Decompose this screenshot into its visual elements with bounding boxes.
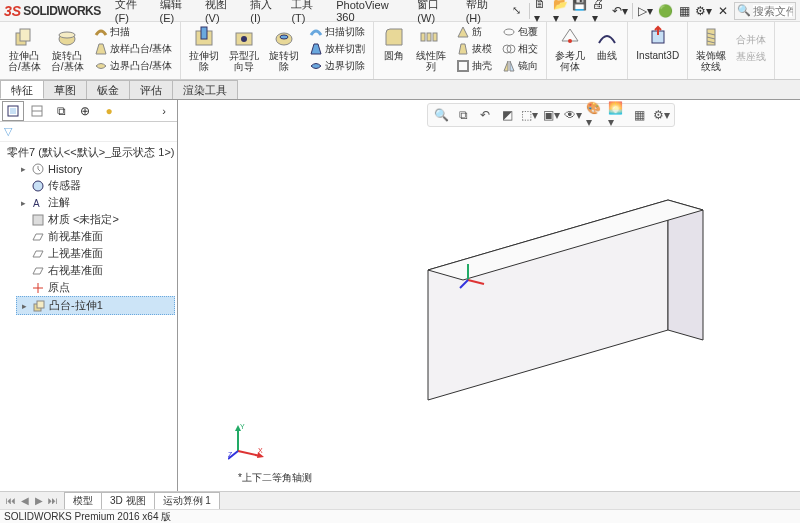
shell-button[interactable]: 抽壳 bbox=[454, 58, 494, 74]
fm-tab-more[interactable]: › bbox=[153, 101, 175, 121]
boundary-cut-button[interactable]: 边界切除 bbox=[307, 58, 367, 74]
draft-button[interactable]: 拔模 bbox=[454, 41, 494, 57]
fm-tab-render[interactable]: ● bbox=[98, 101, 120, 121]
ref-geometry-icon bbox=[558, 25, 582, 49]
tree-front-plane[interactable]: 前视基准面 bbox=[16, 228, 175, 245]
svg-rect-31 bbox=[37, 301, 44, 308]
decorative-thread-button[interactable]: 装饰螺 纹线 bbox=[694, 24, 728, 73]
expand-toggle[interactable]: ▸ bbox=[18, 198, 28, 208]
tab-render[interactable]: 渲染工具 bbox=[172, 80, 238, 99]
fm-tab-dimx[interactable]: ⊕ bbox=[74, 101, 96, 121]
vp-section-icon[interactable]: ◩ bbox=[498, 106, 516, 124]
loft-cut-button[interactable]: 放样切割 bbox=[307, 41, 367, 57]
btab-motion[interactable]: 运动算例 1 bbox=[154, 492, 220, 509]
fm-tab-property[interactable] bbox=[26, 101, 48, 121]
tab-nav-prev-icon[interactable]: ◀ bbox=[18, 495, 32, 506]
vp-hide-show-icon[interactable]: 👁▾ bbox=[564, 106, 582, 124]
print-icon[interactable]: 🖨▾ bbox=[592, 2, 609, 20]
vp-scene-icon[interactable]: 🌅▾ bbox=[608, 106, 626, 124]
loft-button[interactable]: 放样凸台/基体 bbox=[92, 41, 175, 57]
vp-render-icon[interactable]: ▦ bbox=[630, 106, 648, 124]
ref-geometry-button[interactable]: 参考几 何体 bbox=[553, 24, 587, 73]
config-tab-icon: ⧉ bbox=[57, 104, 66, 118]
vp-appearance-icon[interactable]: 🎨▾ bbox=[586, 106, 604, 124]
status-bar: SOLIDWORKS Premium 2016 x64 版 bbox=[0, 509, 800, 523]
fm-tab-tree[interactable] bbox=[2, 101, 24, 121]
close-icon[interactable]: ✕ bbox=[715, 2, 732, 20]
funnel-filter-icon[interactable]: ▽ bbox=[4, 125, 12, 138]
vp-display-style-icon[interactable]: ▣▾ bbox=[542, 106, 560, 124]
extrude-boss-button[interactable]: 拉伸凸 台/基体 bbox=[6, 24, 43, 74]
tab-feature[interactable]: 特征 bbox=[0, 80, 44, 99]
instant3d-button[interactable]: Instant3D bbox=[634, 24, 681, 62]
svg-point-3 bbox=[59, 32, 75, 38]
view-triad[interactable]: Y X Z bbox=[228, 421, 268, 461]
render-tab-icon: ● bbox=[105, 104, 112, 118]
intersect-button[interactable]: 相交 bbox=[500, 41, 540, 57]
btab-model[interactable]: 模型 bbox=[64, 492, 102, 509]
vp-orientation-icon[interactable]: ⬚▾ bbox=[520, 106, 538, 124]
tab-sketch[interactable]: 草图 bbox=[43, 80, 87, 99]
select-icon[interactable]: ▷▾ bbox=[637, 2, 654, 20]
annotation-icon: A bbox=[31, 196, 45, 210]
svg-point-27 bbox=[33, 181, 43, 191]
vp-zoom-area-icon[interactable]: ⧉ bbox=[454, 106, 472, 124]
settings-gear-icon[interactable]: ⚙▾ bbox=[695, 2, 712, 20]
tab-nav-first-icon[interactable]: ⏮ bbox=[4, 495, 18, 506]
tab-sheetmetal[interactable]: 钣金 bbox=[86, 80, 130, 99]
expand-toggle[interactable]: ▸ bbox=[19, 301, 29, 311]
vp-prev-view-icon[interactable]: ↶ bbox=[476, 106, 494, 124]
search-box[interactable]: 🔍 bbox=[734, 2, 796, 20]
app-logo: 3S SOLIDWORKS bbox=[4, 3, 101, 19]
tree-material[interactable]: 材质 <未指定> bbox=[16, 211, 175, 228]
revolve-boss-button[interactable]: 旋转凸 台/基体 bbox=[49, 24, 86, 74]
plane-icon bbox=[31, 247, 45, 261]
hole-wizard-button[interactable]: 异型孔 向导 bbox=[227, 24, 261, 74]
boundary-button[interactable]: 边界凸台/基体 bbox=[92, 58, 175, 74]
vp-settings-icon[interactable]: ⚙▾ bbox=[652, 106, 670, 124]
sweep-cut-button[interactable]: 扫描切除 bbox=[307, 24, 367, 40]
options-item-icon[interactable]: ▦ bbox=[676, 2, 693, 20]
graphics-viewport[interactable]: 🔍 ⧉ ↶ ◩ ⬚▾ ▣▾ 👁▾ 🎨▾ 🌅▾ ▦ ⚙▾ Y bbox=[178, 100, 800, 491]
btab-3dview[interactable]: 3D 视图 bbox=[101, 492, 155, 509]
svg-rect-29 bbox=[33, 215, 43, 225]
revolve-cut-button[interactable]: 旋转切 除 bbox=[267, 24, 301, 74]
vp-zoom-fit-icon[interactable]: 🔍 bbox=[432, 106, 450, 124]
extrude-cut-button[interactable]: 拉伸切 除 bbox=[187, 24, 221, 74]
svg-rect-12 bbox=[433, 33, 437, 41]
origin-icon bbox=[31, 281, 45, 295]
tree-root-part[interactable]: 零件7 (默认<<默认>_显示状态 1>) bbox=[2, 144, 175, 161]
tree-origin[interactable]: 原点 bbox=[16, 279, 175, 296]
search-input[interactable] bbox=[753, 5, 793, 17]
intersect-icon bbox=[502, 42, 516, 56]
rib-button[interactable]: 筋 bbox=[454, 24, 494, 40]
tab-nav-last-icon[interactable]: ⏭ bbox=[46, 495, 60, 506]
svg-rect-5 bbox=[201, 27, 207, 39]
curves-button[interactable]: 曲线 bbox=[593, 24, 621, 73]
linear-pattern-button[interactable]: 线性阵 列 bbox=[414, 24, 448, 74]
expand-toggle[interactable]: ▸ bbox=[18, 164, 28, 174]
tab-evaluate[interactable]: 评估 bbox=[129, 80, 173, 99]
tree-right-plane[interactable]: 右视基准面 bbox=[16, 262, 175, 279]
menu-pin-icon[interactable]: ⤡ bbox=[508, 2, 525, 19]
open-doc-icon[interactable]: 📂▾ bbox=[553, 2, 570, 20]
wrap-button[interactable]: 包覆 bbox=[500, 24, 540, 40]
tab-nav-next-icon[interactable]: ▶ bbox=[32, 495, 46, 506]
mirror-button[interactable]: 镜向 bbox=[500, 58, 540, 74]
extrude-icon bbox=[12, 25, 36, 49]
sweep-button[interactable]: 扫描 bbox=[92, 24, 175, 40]
new-doc-icon[interactable]: 🗎▾ bbox=[534, 2, 551, 20]
rebuild-icon[interactable]: 🟢 bbox=[657, 2, 674, 20]
tree-top-plane[interactable]: 上视基准面 bbox=[16, 245, 175, 262]
save-icon[interactable]: 💾▾ bbox=[572, 2, 589, 20]
fm-tab-config[interactable]: ⧉ bbox=[50, 101, 72, 121]
svg-line-40 bbox=[238, 451, 260, 456]
tree-history[interactable]: ▸History bbox=[16, 161, 175, 177]
fillet-button[interactable]: 圆角 bbox=[380, 24, 408, 74]
undo-icon[interactable]: ↶▾ bbox=[611, 2, 628, 20]
sweep-cut-icon bbox=[309, 25, 323, 39]
menu-photoview[interactable]: PhotoView 360 bbox=[332, 0, 411, 25]
tree-annotations[interactable]: ▸A注解 bbox=[16, 194, 175, 211]
tree-sensor[interactable]: 传感器 bbox=[16, 177, 175, 194]
tree-extrude-feature[interactable]: ▸凸台-拉伸1 bbox=[16, 296, 175, 315]
